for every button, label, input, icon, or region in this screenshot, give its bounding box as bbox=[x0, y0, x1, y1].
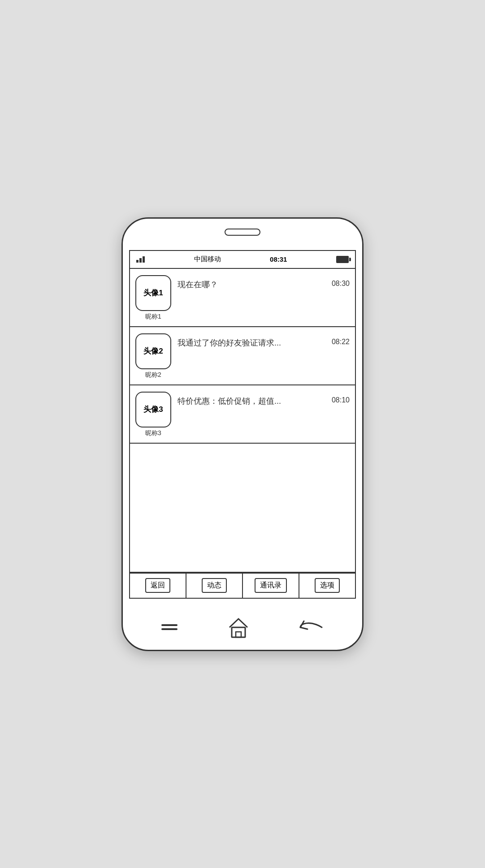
chat-content-1: 现在在哪？ 08:30 bbox=[178, 275, 350, 291]
carrier-label: 中国移动 bbox=[194, 255, 221, 263]
home-button[interactable] bbox=[227, 616, 250, 639]
nav-back-label[interactable]: 返回 bbox=[145, 578, 170, 593]
chat-time-2: 08:22 bbox=[332, 338, 350, 346]
empty-area bbox=[130, 444, 355, 573]
time-label: 08:31 bbox=[270, 255, 287, 263]
chat-message-1: 现在在哪？ bbox=[178, 279, 327, 291]
avatar-1: 头像1 bbox=[135, 275, 171, 311]
signal-icon bbox=[136, 256, 145, 263]
back-button[interactable] bbox=[299, 619, 324, 635]
avatar-wrapper-1: 头像1 昵称1 bbox=[135, 275, 171, 321]
nav-contacts-button[interactable]: 通讯录 bbox=[243, 574, 299, 598]
speaker bbox=[225, 229, 260, 236]
nav-options-button[interactable]: 选项 bbox=[299, 574, 355, 598]
nav-moments-label[interactable]: 动态 bbox=[202, 578, 227, 593]
avatar-3: 头像3 bbox=[135, 392, 171, 428]
chat-time-1: 08:30 bbox=[332, 280, 350, 288]
chat-item-1[interactable]: 头像1 昵称1 现在在哪？ 08:30 bbox=[130, 269, 355, 327]
battery-icon bbox=[336, 256, 349, 263]
phone-shell: 中国移动 08:31 头像1 昵称1 现在在哪？ 08:30 bbox=[121, 217, 364, 651]
nickname-2: 昵称2 bbox=[145, 371, 161, 379]
nickname-3: 昵称3 bbox=[145, 429, 161, 437]
chat-message-2: 我通过了你的好友验证请求... bbox=[178, 337, 327, 349]
back-arrow-icon bbox=[299, 619, 324, 635]
screen: 中国移动 08:31 头像1 昵称1 现在在哪？ 08:30 bbox=[129, 250, 356, 599]
svg-rect-1 bbox=[236, 632, 241, 637]
nav-contacts-label[interactable]: 通讯录 bbox=[255, 578, 287, 593]
chat-content-2: 我通过了你的好友验证请求... 08:22 bbox=[178, 333, 350, 349]
menu-lines-icon bbox=[161, 624, 178, 630]
chat-item-3[interactable]: 头像3 昵称3 特价优惠：低价促销，超值... 08:10 bbox=[130, 385, 355, 444]
bottom-nav: 返回 动态 通讯录 选项 bbox=[130, 573, 355, 598]
nickname-1: 昵称1 bbox=[145, 313, 161, 321]
avatar-wrapper-3: 头像3 昵称3 bbox=[135, 392, 171, 437]
avatar-2: 头像2 bbox=[135, 333, 171, 369]
signal-bar-2 bbox=[139, 258, 142, 263]
chat-message-3: 特价优惠：低价促销，超值... bbox=[178, 395, 327, 407]
chat-list: 头像1 昵称1 现在在哪？ 08:30 头像2 昵称2 我 bbox=[130, 269, 355, 573]
home-icon bbox=[227, 616, 250, 639]
menu-line-1 bbox=[161, 624, 178, 626]
nav-moments-button[interactable]: 动态 bbox=[186, 574, 243, 598]
menu-line-2 bbox=[161, 628, 178, 630]
nav-back-button[interactable]: 返回 bbox=[130, 574, 186, 598]
signal-bar-3 bbox=[143, 256, 145, 263]
chat-time-3: 08:10 bbox=[332, 396, 350, 404]
menu-button[interactable] bbox=[161, 624, 178, 630]
status-bar: 中国移动 08:31 bbox=[130, 251, 355, 269]
chat-content-3: 特价优惠：低价促销，超值... 08:10 bbox=[178, 392, 350, 407]
chat-item-2[interactable]: 头像2 昵称2 我通过了你的好友验证请求... 08:22 bbox=[130, 327, 355, 385]
signal-bar-1 bbox=[136, 260, 139, 263]
avatar-wrapper-2: 头像2 昵称2 bbox=[135, 333, 171, 379]
nav-options-label[interactable]: 选项 bbox=[315, 578, 340, 593]
physical-bar bbox=[123, 605, 362, 650]
